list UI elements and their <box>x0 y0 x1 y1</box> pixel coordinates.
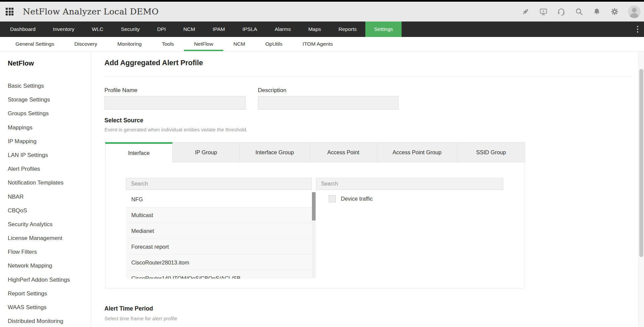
sidebar-item-network-mapping[interactable]: Network Mapping <box>0 259 91 273</box>
apps-grid-icon[interactable] <box>6 8 13 15</box>
sidebar-item-distributed-monitoring[interactable]: Distributed Monitoring <box>0 314 91 327</box>
interface-list-item[interactable]: Multicast <box>126 207 316 223</box>
sidebar-item-lan-ip-settings[interactable]: LAN IP Settings <box>0 148 91 162</box>
tab-ssid-group[interactable]: SSID Group <box>457 142 525 162</box>
app-title: NetFlow Analyzer Local DEMO <box>23 7 159 16</box>
sidebar-item-ip-mapping[interactable]: IP Mapping <box>0 134 91 148</box>
profile-name-input[interactable] <box>104 96 246 110</box>
nav-item-settings[interactable]: Settings <box>365 22 402 37</box>
source-type-tabs: Interface IP Group Interface Group Acces… <box>105 142 525 162</box>
interface-list-scrollbar-thumb[interactable] <box>312 192 316 220</box>
nav-item-maps[interactable]: Maps <box>300 22 330 37</box>
subnav-item-itom-agents[interactable]: ITOM Agents <box>292 37 343 51</box>
avatar-body <box>630 13 639 18</box>
tab-access-point[interactable]: Access Point <box>310 142 377 162</box>
description-input[interactable] <box>258 96 399 110</box>
search-icon[interactable] <box>574 7 583 16</box>
source-selection-panel: Interface IP Group Interface Group Acces… <box>105 142 524 288</box>
selected-search-input[interactable] <box>316 178 503 190</box>
sidebar-item-alert-profiles[interactable]: Alert Profiles <box>0 162 91 176</box>
nav-item-dashboard[interactable]: Dashboard <box>1 22 44 37</box>
sidebar-item-nbar[interactable]: NBAR <box>0 190 91 204</box>
nav-item-wlc[interactable]: WLC <box>83 22 112 37</box>
nav-item-inventory[interactable]: Inventory <box>44 22 83 37</box>
interface-list-item[interactable]: Medianet <box>126 223 316 239</box>
gear-icon[interactable] <box>610 7 619 16</box>
main-content: Add Aggregated Alert Profile Profile Nam… <box>92 51 644 327</box>
nav-item-ipsla[interactable]: IPSLA <box>234 22 266 37</box>
nav-item-ncm[interactable]: NCM <box>175 22 204 37</box>
headset-icon[interactable] <box>557 7 565 16</box>
sidebar-menu: Basic Settings Storage Settings Groups S… <box>0 79 91 327</box>
profile-name-label: Profile Name <box>104 87 137 94</box>
alert-time-period-subtitle: Select time frame for alert profile <box>104 316 177 321</box>
device-traffic-label: Device traffic <box>341 196 373 202</box>
interface-search-input[interactable] <box>126 178 312 190</box>
tab-access-point-group[interactable]: Access Point Group <box>377 142 457 162</box>
sidebar-item-license-management[interactable]: License Management <box>0 231 91 245</box>
sidebar-item-storage-settings[interactable]: Storage Settings <box>0 93 91 107</box>
interface-list-item[interactable]: CiscoRouter140.ITOM/QoS/CBQoS/ACL/SB <box>126 271 316 279</box>
nav-item-dpi[interactable]: DPI <box>148 22 175 37</box>
sidebar-item-notification-templates[interactable]: Notification Templates <box>0 176 91 190</box>
page-scrollbar-thumb[interactable] <box>639 69 643 257</box>
settings-sub-nav: General Settings Discovery Monitoring To… <box>0 37 644 51</box>
sidebar-item-mappings[interactable]: Mappings <box>0 121 91 134</box>
tab-interface-group[interactable]: Interface Group <box>240 142 310 162</box>
sidebar-item-basic-settings[interactable]: Basic Settings <box>0 79 91 93</box>
sidebar-item-waas-settings[interactable]: WAAS Settings <box>0 300 91 314</box>
netflow-analyzer-app: NetFlow Analyzer Local DEMO <box>0 0 644 327</box>
page-scrollbar[interactable] <box>638 51 644 327</box>
nav-overflow-menu-button[interactable] <box>633 22 642 37</box>
sidebar-item-groups-settings[interactable]: Groups Settings <box>0 107 91 120</box>
avatar-head <box>632 8 637 12</box>
select-source-subtitle: Event is generated when individual entit… <box>104 127 247 132</box>
title-divider <box>104 76 632 76</box>
main-nav: Dashboard Inventory WLC Security DPI NCM… <box>0 22 644 37</box>
device-traffic-checkbox[interactable] <box>329 195 336 202</box>
sidebar-item-security-analytics[interactable]: Security Analytics <box>0 217 91 231</box>
tab-interface[interactable]: Interface <box>105 142 173 162</box>
subnav-item-discovery[interactable]: Discovery <box>64 37 107 51</box>
nav-item-alarms[interactable]: Alarms <box>266 22 300 37</box>
description-label: Description <box>258 87 286 94</box>
nav-item-reports[interactable]: Reports <box>330 22 365 37</box>
tab-ip-group[interactable]: IP Group <box>173 142 240 162</box>
demo-player-icon[interactable] <box>539 7 548 16</box>
sidebar-item-report-settings[interactable]: Report Settings <box>0 287 91 300</box>
sidebar-item-highperf-addon-settings[interactable]: HighPerf Addon Settings <box>0 273 91 287</box>
app-header: NetFlow Analyzer Local DEMO <box>0 2 644 22</box>
subnav-item-ncm[interactable]: NCM <box>223 37 255 51</box>
subnav-item-netflow[interactable]: NetFlow <box>184 37 223 51</box>
select-source-heading: Select Source <box>104 117 143 124</box>
rocket-icon[interactable] <box>521 7 530 16</box>
header-icon-bar <box>521 2 641 22</box>
alert-time-period-heading: Alert Time Period <box>104 305 153 312</box>
user-avatar[interactable] <box>628 5 641 18</box>
interface-list-item[interactable]: NFG <box>126 192 316 207</box>
page-title: Add Aggregated Alert Profile <box>104 59 203 67</box>
netflow-settings-sidebar: NetFlow Basic Settings Storage Settings … <box>0 51 91 327</box>
nav-item-security[interactable]: Security <box>112 22 148 37</box>
sidebar-title: NetFlow <box>8 59 34 67</box>
subnav-item-tools[interactable]: Tools <box>152 37 184 51</box>
nav-item-ipam[interactable]: IPAM <box>204 22 234 37</box>
subnav-item-monitoring[interactable]: Monitoring <box>107 37 152 51</box>
interface-list-scrollbar[interactable] <box>312 192 316 278</box>
sidebar-item-flow-filters[interactable]: Flow Filters <box>0 245 91 259</box>
interface-list-item[interactable]: CiscoRouter28013.itom <box>126 255 316 271</box>
bell-icon[interactable] <box>592 7 601 16</box>
interface-list: NFG Multicast Medianet Forecast report C… <box>126 192 316 279</box>
subnav-item-general-settings[interactable]: General Settings <box>5 37 64 51</box>
sidebar-item-cbqos[interactable]: CBQoS <box>0 204 91 217</box>
subnav-item-oputils[interactable]: OpUtils <box>255 37 292 51</box>
interface-list-item[interactable]: Forecast report <box>126 239 316 255</box>
device-traffic-option: Device traffic <box>329 195 373 202</box>
